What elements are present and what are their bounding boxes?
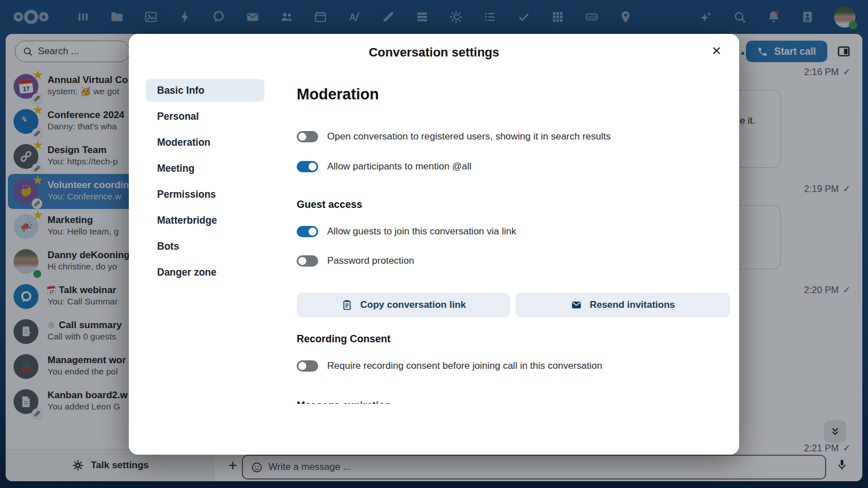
toggle-label: Password protection [327, 255, 414, 267]
toggle-row-mention-all: Allow participants to mention @all [297, 161, 731, 172]
toggle-label: Require recording consent before joining… [327, 360, 602, 372]
clipboard-icon [341, 299, 353, 311]
settings-content: Moderation Open conversation to register… [297, 56, 731, 449]
nextcloud-talk-app: A C OCS 17 [0, 0, 868, 488]
toggle-row-guests-link: Allow guests to join this conversation v… [297, 226, 731, 237]
settings-nav: Basic Info Personal Moderation Meeting P… [146, 79, 264, 287]
toggle-guests-link[interactable] [297, 226, 318, 237]
nav-danger-zone[interactable]: Danger zone [146, 261, 264, 284]
guest-access-actions: Copy conversation link Resend invitation… [297, 293, 730, 317]
resend-invitations-label: Resend invitations [589, 299, 675, 311]
clipped-next-section-heading: Message expiration [297, 400, 391, 404]
toggle-row-recording-consent: Require recording consent before joining… [297, 360, 731, 372]
toggle-mention-all[interactable] [297, 161, 318, 172]
toggle-password-protection[interactable] [297, 255, 318, 267]
conversation-settings-modal: Conversation settings × Basic Info Perso… [129, 34, 739, 455]
toggle-row-open-conversation: Open conversation to registered users, s… [297, 131, 731, 142]
copy-conversation-link-button[interactable]: Copy conversation link [297, 293, 510, 317]
nav-basic-info[interactable]: Basic Info [146, 79, 264, 102]
nav-permissions[interactable]: Permissions [146, 183, 264, 206]
toggle-row-password-protection: Password protection [297, 255, 731, 267]
section-heading-guest-access: Guest access [297, 199, 362, 211]
copy-link-label: Copy conversation link [360, 299, 466, 311]
toggle-recording-consent[interactable] [297, 360, 318, 372]
nav-moderation[interactable]: Moderation [146, 131, 264, 154]
nav-meeting[interactable]: Meeting [146, 157, 264, 180]
toggle-label: Allow guests to join this conversation v… [327, 226, 517, 237]
toggle-label: Open conversation to registered users, s… [327, 131, 611, 142]
section-heading-recording-consent: Recording Consent [297, 333, 390, 345]
section-heading-moderation: Moderation [297, 86, 379, 103]
resend-invitations-button[interactable]: Resend invitations [515, 293, 730, 317]
nav-matterbridge[interactable]: Matterbridge [146, 209, 264, 232]
toggle-open-conversation[interactable] [297, 131, 318, 142]
toggle-label: Allow participants to mention @all [327, 161, 471, 172]
nav-bots[interactable]: Bots [146, 235, 264, 258]
nav-personal[interactable]: Personal [146, 105, 264, 128]
mail-icon [570, 299, 583, 311]
